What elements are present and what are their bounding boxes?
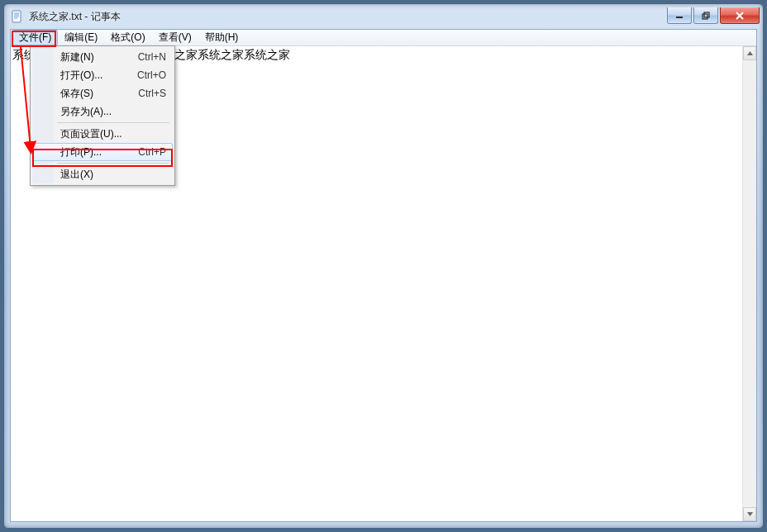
menu-format[interactable]: 格式(O)	[104, 30, 151, 45]
menu-item-label: 页面设置(U)...	[60, 127, 166, 141]
menu-item-accel: Ctrl+N	[138, 51, 166, 63]
menu-item-label: 另存为(A)...	[60, 105, 166, 119]
window-controls	[667, 7, 760, 24]
menu-help[interactable]: 帮助(H)	[198, 30, 245, 45]
menu-edit-label: 编辑(E)	[64, 31, 98, 45]
menu-file-label: 文件(F)	[19, 31, 51, 45]
menu-view[interactable]: 查看(V)	[152, 30, 198, 45]
menu-item-accel: Ctrl+O	[137, 69, 166, 81]
scroll-down-button[interactable]	[743, 507, 756, 521]
menu-item-label: 退出(X)	[60, 168, 166, 182]
menu-item-save[interactable]: 保存(S) Ctrl+S	[32, 84, 173, 102]
menu-item-accel: Ctrl+P	[138, 146, 166, 158]
titlebar[interactable]: 系统之家.txt - 记事本	[4, 4, 763, 29]
menu-item-label: 打开(O)...	[60, 69, 137, 83]
window-title: 系统之家.txt - 记事本	[29, 10, 667, 23]
menu-help-label: 帮助(H)	[205, 31, 239, 45]
svg-rect-7	[704, 12, 709, 17]
menu-item-label: 保存(S)	[60, 87, 138, 101]
menu-item-label: 新建(N)	[60, 50, 138, 64]
menu-view-label: 查看(V)	[159, 31, 192, 45]
menu-format-label: 格式(O)	[111, 31, 145, 45]
menu-item-save-as[interactable]: 另存为(A)...	[32, 102, 173, 121]
file-menu-dropdown: 新建(N) Ctrl+N 打开(O)... Ctrl+O 保存(S) Ctrl+…	[30, 45, 175, 186]
menu-item-page-setup[interactable]: 页面设置(U)...	[32, 125, 173, 143]
menu-item-new[interactable]: 新建(N) Ctrl+N	[32, 48, 173, 66]
vertical-scrollbar[interactable]	[742, 46, 756, 521]
minimize-button[interactable]	[667, 7, 692, 24]
svg-marker-10	[747, 51, 753, 55]
menu-edit[interactable]: 编辑(E)	[58, 30, 104, 45]
notepad-window: 系统之家.txt - 记事本	[3, 3, 764, 529]
svg-rect-6	[703, 14, 707, 19]
close-button[interactable]	[720, 7, 760, 24]
app-icon	[11, 10, 24, 23]
svg-marker-11	[747, 512, 753, 516]
scroll-track[interactable]	[743, 60, 756, 507]
menu-item-exit[interactable]: 退出(X)	[32, 165, 173, 183]
menu-item-print[interactable]: 打印(P)... Ctrl+P	[32, 143, 173, 161]
menu-item-open[interactable]: 打开(O)... Ctrl+O	[32, 66, 173, 84]
maximize-button[interactable]	[693, 7, 718, 24]
menu-item-label: 打印(P)...	[60, 145, 138, 159]
menu-file[interactable]: 文件(F)	[12, 30, 58, 45]
menubar: 文件(F) 编辑(E) 格式(O) 查看(V) 帮助(H)	[11, 30, 756, 46]
menu-item-accel: Ctrl+S	[138, 88, 166, 99]
scroll-up-button[interactable]	[743, 46, 756, 60]
desktop-background: 系统之家.txt - 记事本	[0, 0, 767, 532]
